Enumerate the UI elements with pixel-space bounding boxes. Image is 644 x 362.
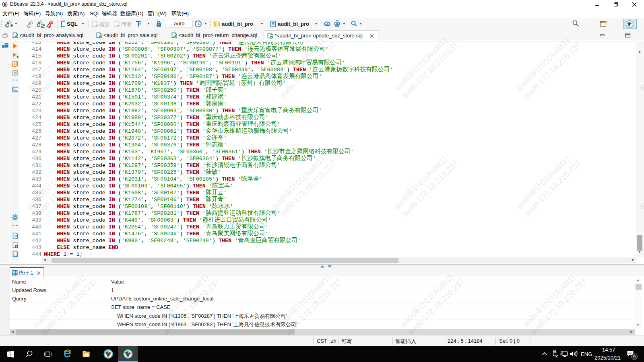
svg-text:(x): (x)	[13, 253, 17, 256]
